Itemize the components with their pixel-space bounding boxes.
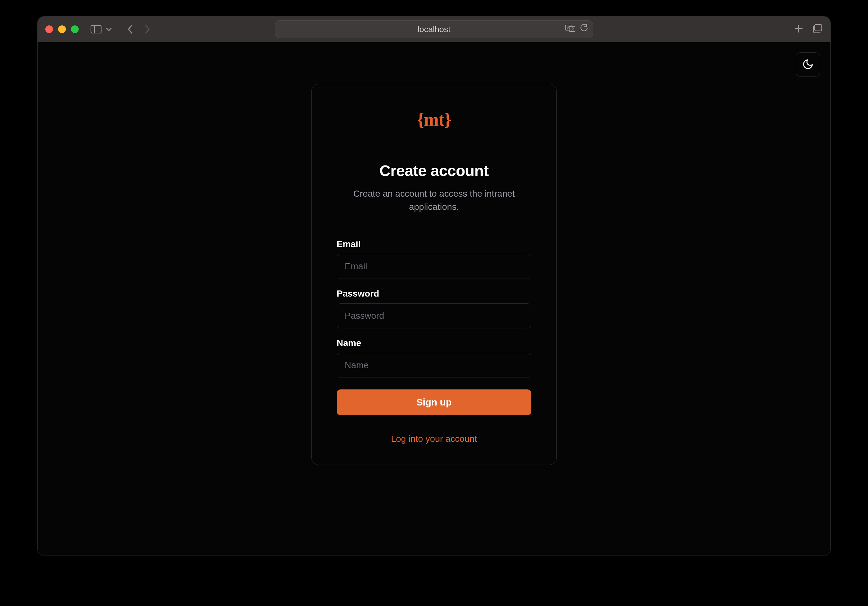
signup-button[interactable]: Sign up <box>337 389 531 415</box>
browser-window: localhost A文 {mt <box>37 16 831 556</box>
email-field-group: Email <box>337 239 531 279</box>
minimize-window-button[interactable] <box>58 25 66 33</box>
svg-rect-8 <box>815 25 822 31</box>
login-link[interactable]: Log into your account <box>337 434 531 444</box>
browser-title-bar: localhost A文 <box>37 16 831 42</box>
page-viewport: {mt} Create account Create an account to… <box>37 42 831 556</box>
sidebar-toggle-icon[interactable] <box>90 23 102 35</box>
page-title: Create account <box>337 162 531 180</box>
name-input[interactable] <box>337 353 531 378</box>
right-toolbar <box>794 24 823 35</box>
password-label: Password <box>337 288 531 299</box>
email-label: Email <box>337 239 531 250</box>
theme-toggle-button[interactable] <box>796 53 820 77</box>
svg-rect-0 <box>91 25 101 33</box>
maximize-window-button[interactable] <box>71 25 79 33</box>
forward-button[interactable] <box>142 23 153 35</box>
password-input[interactable] <box>337 303 531 329</box>
page-subtitle: Create an account to access the intranet… <box>337 188 531 213</box>
address-bar-actions: A文 <box>565 24 588 35</box>
back-button[interactable] <box>124 23 136 35</box>
name-field-group: Name <box>337 338 531 378</box>
logo: {mt} <box>337 109 531 130</box>
address-text: localhost <box>418 25 451 34</box>
window-controls <box>45 25 79 33</box>
signup-card: {mt} Create account Create an account to… <box>311 84 557 465</box>
navigation-arrows <box>124 23 153 35</box>
email-input[interactable] <box>337 254 531 279</box>
password-field-group: Password <box>337 288 531 329</box>
close-window-button[interactable] <box>45 25 53 33</box>
svg-text:A: A <box>567 26 570 29</box>
tab-overview-icon[interactable] <box>812 24 823 35</box>
address-bar[interactable]: localhost A文 <box>275 20 593 38</box>
sidebar-toggle-group <box>90 23 115 35</box>
name-label: Name <box>337 338 531 348</box>
reload-icon[interactable] <box>580 24 588 35</box>
svg-text:文: 文 <box>571 27 575 31</box>
new-tab-icon[interactable] <box>794 24 803 35</box>
moon-icon <box>802 59 814 71</box>
tab-overview-dropdown-icon[interactable] <box>103 23 115 35</box>
translate-icon[interactable]: A文 <box>565 24 575 35</box>
